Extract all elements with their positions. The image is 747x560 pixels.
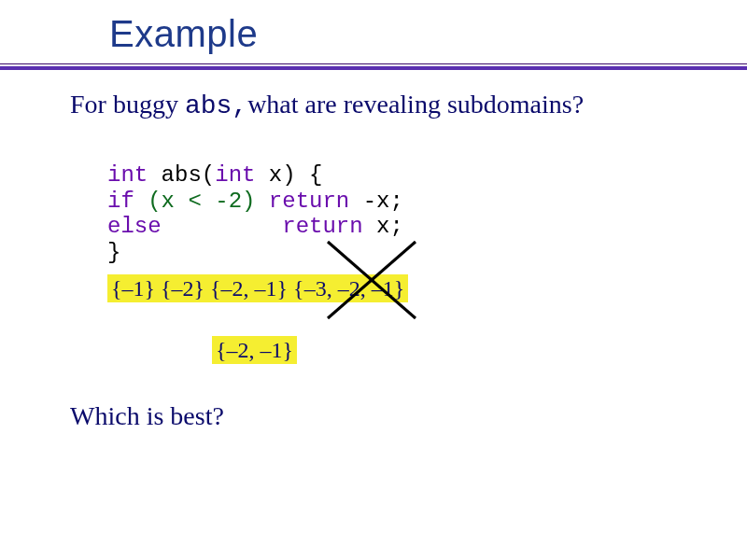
code-kw: return [282, 214, 362, 239]
code-text [255, 189, 268, 214]
code-text [134, 189, 148, 214]
code-text: -x; [349, 189, 403, 214]
code-kw: else [107, 214, 162, 239]
code-block: int abs(int x) { if (x < -2) return -x; … [107, 162, 403, 265]
code-kw: if [107, 189, 134, 214]
question-pre: For buggy [70, 90, 185, 119]
code-kw: int [107, 162, 148, 188]
subdomain-best-text: {–2, –1} [212, 336, 297, 364]
code-text: } [107, 240, 120, 265]
rule-thin [0, 63, 747, 64]
rule-thick [0, 66, 747, 70]
prompt-question: For buggy abs,what are revealing subdoma… [70, 90, 584, 120]
slide-title: Example [109, 13, 258, 54]
code-text [162, 214, 283, 239]
followup-question: Which is best? [70, 401, 224, 431]
code-text: abs( [148, 162, 215, 188]
question-post: what are revealing subdomains? [247, 90, 584, 119]
code-cond: (x < -2) [148, 189, 255, 214]
slide-title-area: Example [0, 13, 747, 55]
code-kw: return [269, 189, 349, 214]
subdomain-best: {–2, –1} [212, 338, 297, 363]
subdomain-candidates: {–1} {–2} {–2, –1} {–3, –2, –1} [107, 276, 408, 301]
code-text: x) { [255, 162, 322, 188]
code-kw: int [215, 162, 255, 188]
code-text: x; [363, 214, 403, 239]
question-code: abs, [185, 91, 247, 120]
subdomain-candidates-text: {–1} {–2} {–2, –1} {–3, –2, –1} [107, 274, 408, 302]
title-rule [0, 63, 747, 70]
